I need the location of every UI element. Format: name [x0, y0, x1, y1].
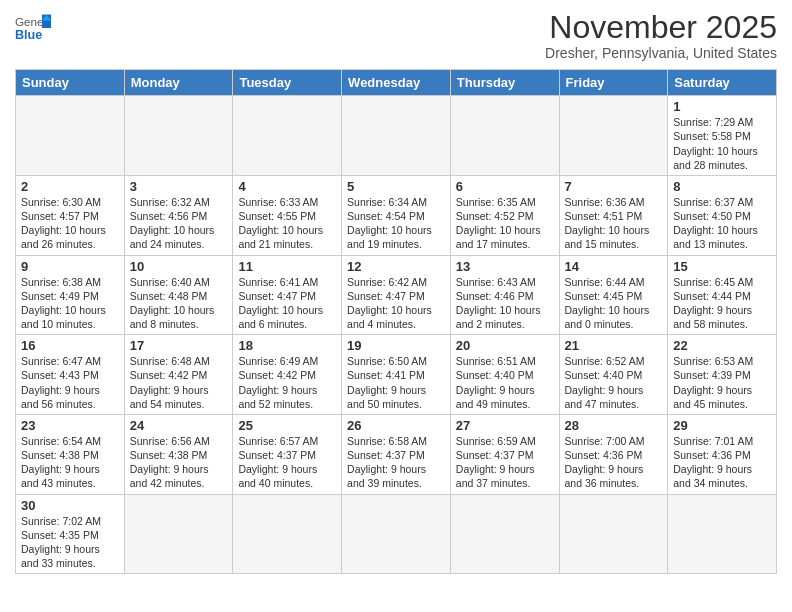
- week-row-1: 2Sunrise: 6:30 AM Sunset: 4:57 PM Daylig…: [16, 175, 777, 255]
- calendar-cell: 30Sunrise: 7:02 AM Sunset: 4:35 PM Dayli…: [16, 494, 125, 574]
- calendar-cell: 14Sunrise: 6:44 AM Sunset: 4:45 PM Dayli…: [559, 255, 668, 335]
- day-number: 25: [238, 418, 336, 433]
- title-area: November 2025 Dresher, Pennsylvania, Uni…: [545, 10, 777, 61]
- calendar-cell: [450, 96, 559, 176]
- day-info: Sunrise: 6:59 AM Sunset: 4:37 PM Dayligh…: [456, 434, 554, 491]
- calendar-cell: 19Sunrise: 6:50 AM Sunset: 4:41 PM Dayli…: [342, 335, 451, 415]
- header: General Blue November 2025 Dresher, Penn…: [15, 10, 777, 61]
- day-info: Sunrise: 6:49 AM Sunset: 4:42 PM Dayligh…: [238, 354, 336, 411]
- calendar-cell: [559, 96, 668, 176]
- svg-text:Blue: Blue: [15, 28, 42, 42]
- day-info: Sunrise: 6:53 AM Sunset: 4:39 PM Dayligh…: [673, 354, 771, 411]
- calendar-cell: [233, 96, 342, 176]
- calendar-cell: [342, 96, 451, 176]
- day-info: Sunrise: 6:47 AM Sunset: 4:43 PM Dayligh…: [21, 354, 119, 411]
- day-number: 7: [565, 179, 663, 194]
- day-info: Sunrise: 7:01 AM Sunset: 4:36 PM Dayligh…: [673, 434, 771, 491]
- calendar-cell: 29Sunrise: 7:01 AM Sunset: 4:36 PM Dayli…: [668, 414, 777, 494]
- day-info: Sunrise: 6:30 AM Sunset: 4:57 PM Dayligh…: [21, 195, 119, 252]
- week-row-2: 9Sunrise: 6:38 AM Sunset: 4:49 PM Daylig…: [16, 255, 777, 335]
- day-info: Sunrise: 6:45 AM Sunset: 4:44 PM Dayligh…: [673, 275, 771, 332]
- day-info: Sunrise: 6:42 AM Sunset: 4:47 PM Dayligh…: [347, 275, 445, 332]
- day-info: Sunrise: 6:34 AM Sunset: 4:54 PM Dayligh…: [347, 195, 445, 252]
- calendar-cell: [342, 494, 451, 574]
- calendar-cell: [16, 96, 125, 176]
- day-number: 6: [456, 179, 554, 194]
- day-number: 21: [565, 338, 663, 353]
- week-row-5: 30Sunrise: 7:02 AM Sunset: 4:35 PM Dayli…: [16, 494, 777, 574]
- day-number: 30: [21, 498, 119, 513]
- day-info: Sunrise: 6:33 AM Sunset: 4:55 PM Dayligh…: [238, 195, 336, 252]
- day-number: 14: [565, 259, 663, 274]
- logo-icon: General Blue: [15, 10, 51, 46]
- logo: General Blue: [15, 10, 51, 46]
- day-info: Sunrise: 6:51 AM Sunset: 4:40 PM Dayligh…: [456, 354, 554, 411]
- day-info: Sunrise: 7:00 AM Sunset: 4:36 PM Dayligh…: [565, 434, 663, 491]
- calendar-cell: 28Sunrise: 7:00 AM Sunset: 4:36 PM Dayli…: [559, 414, 668, 494]
- day-number: 12: [347, 259, 445, 274]
- calendar-cell: 23Sunrise: 6:54 AM Sunset: 4:38 PM Dayli…: [16, 414, 125, 494]
- day-number: 28: [565, 418, 663, 433]
- calendar-cell: 20Sunrise: 6:51 AM Sunset: 4:40 PM Dayli…: [450, 335, 559, 415]
- calendar: SundayMondayTuesdayWednesdayThursdayFrid…: [15, 69, 777, 574]
- calendar-cell: 24Sunrise: 6:56 AM Sunset: 4:38 PM Dayli…: [124, 414, 233, 494]
- week-row-4: 23Sunrise: 6:54 AM Sunset: 4:38 PM Dayli…: [16, 414, 777, 494]
- day-number: 15: [673, 259, 771, 274]
- day-number: 8: [673, 179, 771, 194]
- day-info: Sunrise: 6:37 AM Sunset: 4:50 PM Dayligh…: [673, 195, 771, 252]
- calendar-cell: 4Sunrise: 6:33 AM Sunset: 4:55 PM Daylig…: [233, 175, 342, 255]
- calendar-cell: [559, 494, 668, 574]
- calendar-cell: [124, 494, 233, 574]
- day-number: 2: [21, 179, 119, 194]
- day-info: Sunrise: 6:58 AM Sunset: 4:37 PM Dayligh…: [347, 434, 445, 491]
- day-number: 17: [130, 338, 228, 353]
- calendar-cell: [668, 494, 777, 574]
- calendar-cell: 22Sunrise: 6:53 AM Sunset: 4:39 PM Dayli…: [668, 335, 777, 415]
- day-number: 29: [673, 418, 771, 433]
- day-number: 9: [21, 259, 119, 274]
- weekday-sunday: Sunday: [16, 70, 125, 96]
- day-number: 23: [21, 418, 119, 433]
- calendar-cell: 3Sunrise: 6:32 AM Sunset: 4:56 PM Daylig…: [124, 175, 233, 255]
- weekday-tuesday: Tuesday: [233, 70, 342, 96]
- day-info: Sunrise: 7:29 AM Sunset: 5:58 PM Dayligh…: [673, 115, 771, 172]
- calendar-cell: 10Sunrise: 6:40 AM Sunset: 4:48 PM Dayli…: [124, 255, 233, 335]
- day-number: 5: [347, 179, 445, 194]
- day-number: 10: [130, 259, 228, 274]
- day-number: 22: [673, 338, 771, 353]
- day-number: 26: [347, 418, 445, 433]
- calendar-cell: 27Sunrise: 6:59 AM Sunset: 4:37 PM Dayli…: [450, 414, 559, 494]
- weekday-thursday: Thursday: [450, 70, 559, 96]
- calendar-cell: 6Sunrise: 6:35 AM Sunset: 4:52 PM Daylig…: [450, 175, 559, 255]
- day-info: Sunrise: 6:50 AM Sunset: 4:41 PM Dayligh…: [347, 354, 445, 411]
- calendar-cell: 25Sunrise: 6:57 AM Sunset: 4:37 PM Dayli…: [233, 414, 342, 494]
- day-info: Sunrise: 7:02 AM Sunset: 4:35 PM Dayligh…: [21, 514, 119, 571]
- day-info: Sunrise: 6:56 AM Sunset: 4:38 PM Dayligh…: [130, 434, 228, 491]
- day-number: 16: [21, 338, 119, 353]
- calendar-cell: 7Sunrise: 6:36 AM Sunset: 4:51 PM Daylig…: [559, 175, 668, 255]
- day-number: 4: [238, 179, 336, 194]
- calendar-cell: 13Sunrise: 6:43 AM Sunset: 4:46 PM Dayli…: [450, 255, 559, 335]
- day-info: Sunrise: 6:52 AM Sunset: 4:40 PM Dayligh…: [565, 354, 663, 411]
- calendar-cell: 1Sunrise: 7:29 AM Sunset: 5:58 PM Daylig…: [668, 96, 777, 176]
- calendar-cell: 9Sunrise: 6:38 AM Sunset: 4:49 PM Daylig…: [16, 255, 125, 335]
- day-info: Sunrise: 6:43 AM Sunset: 4:46 PM Dayligh…: [456, 275, 554, 332]
- weekday-saturday: Saturday: [668, 70, 777, 96]
- day-info: Sunrise: 6:54 AM Sunset: 4:38 PM Dayligh…: [21, 434, 119, 491]
- subtitle: Dresher, Pennsylvania, United States: [545, 45, 777, 61]
- day-info: Sunrise: 6:57 AM Sunset: 4:37 PM Dayligh…: [238, 434, 336, 491]
- calendar-cell: 2Sunrise: 6:30 AM Sunset: 4:57 PM Daylig…: [16, 175, 125, 255]
- day-info: Sunrise: 6:36 AM Sunset: 4:51 PM Dayligh…: [565, 195, 663, 252]
- day-number: 24: [130, 418, 228, 433]
- calendar-cell: 26Sunrise: 6:58 AM Sunset: 4:37 PM Dayli…: [342, 414, 451, 494]
- week-row-3: 16Sunrise: 6:47 AM Sunset: 4:43 PM Dayli…: [16, 335, 777, 415]
- day-number: 20: [456, 338, 554, 353]
- day-info: Sunrise: 6:32 AM Sunset: 4:56 PM Dayligh…: [130, 195, 228, 252]
- day-info: Sunrise: 6:48 AM Sunset: 4:42 PM Dayligh…: [130, 354, 228, 411]
- month-title: November 2025: [545, 10, 777, 45]
- calendar-cell: 15Sunrise: 6:45 AM Sunset: 4:44 PM Dayli…: [668, 255, 777, 335]
- day-info: Sunrise: 6:44 AM Sunset: 4:45 PM Dayligh…: [565, 275, 663, 332]
- day-number: 1: [673, 99, 771, 114]
- day-info: Sunrise: 6:41 AM Sunset: 4:47 PM Dayligh…: [238, 275, 336, 332]
- calendar-cell: 11Sunrise: 6:41 AM Sunset: 4:47 PM Dayli…: [233, 255, 342, 335]
